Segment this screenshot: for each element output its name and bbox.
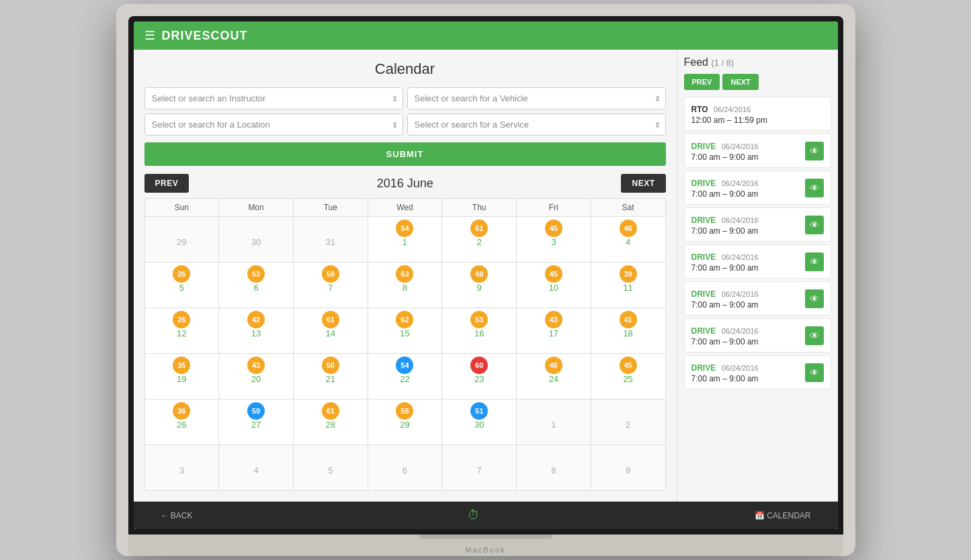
feed-eye-button[interactable]: 👁 <box>805 326 824 345</box>
calendar-nav: PREV 2016 June NEXT <box>144 174 666 193</box>
calendar-day-cell[interactable]: 536 <box>219 263 294 308</box>
feed-pages: (1 / 8) <box>711 58 734 68</box>
calendar-day-cell[interactable]: 4624 <box>517 354 591 400</box>
calendar-day-cell[interactable]: 597 <box>293 263 368 308</box>
feed-item-type: DRIVE <box>691 216 716 225</box>
calendar-badge: 46 <box>545 357 562 374</box>
calendar-day-number: 20 <box>222 374 290 384</box>
calendar-day-cell[interactable]: 29 <box>144 217 219 263</box>
calendar-badge: 54 <box>396 357 413 374</box>
back-button[interactable]: ← BACK <box>161 511 193 520</box>
feed-item-date: 06/24/2016 <box>722 142 759 150</box>
calendar-day-cell[interactable]: 8 <box>517 445 591 491</box>
feed-rto-item: RTO 06/24/2016 12:00 am – 11:59 pm <box>684 97 831 131</box>
calendar-day-cell[interactable]: 31 <box>293 217 368 263</box>
calendar-day-cell[interactable]: 1 <box>517 400 591 445</box>
calendar-day-cell[interactable]: 5021 <box>293 354 368 400</box>
calendar-day-cell[interactable]: 5529 <box>368 400 442 445</box>
feed-item: DRIVE 06/24/2016 7:00 am – 9:00 am 👁 <box>684 207 831 242</box>
calendar-day-cell[interactable]: 4213 <box>219 308 294 354</box>
feed-item: DRIVE 06/24/2016 7:00 am – 9:00 am 👁 <box>684 244 831 279</box>
calendar-day-cell[interactable]: 5316 <box>442 308 517 354</box>
feed-item-time: 7:00 am – 9:00 am <box>691 263 805 273</box>
feed-item-type: DRIVE <box>691 142 716 151</box>
calendar-badge: 54 <box>396 220 413 237</box>
feed-eye-button[interactable]: 👁 <box>805 252 824 271</box>
calendar-day-cell[interactable]: 7 <box>442 445 517 491</box>
feed-eye-button[interactable]: 👁 <box>805 179 824 197</box>
calendar-day-cell[interactable]: 4320 <box>219 354 294 400</box>
calendar-day-number: 8 <box>371 283 439 293</box>
submit-button[interactable]: SUBMIT <box>144 142 666 166</box>
calendar-day-cell[interactable]: 4510 <box>517 263 591 308</box>
calendar-badge: 45 <box>545 220 562 237</box>
feed-eye-button[interactable]: 👁 <box>805 216 824 234</box>
calendar-day-cell[interactable]: 453 <box>517 217 591 263</box>
calendar-day-cell[interactable]: 5 <box>293 445 368 491</box>
calendar-day-cell[interactable]: 612 <box>442 217 517 263</box>
calendar-day-cell[interactable]: 6 <box>368 445 442 491</box>
calendar-day-cell[interactable]: 4118 <box>591 308 665 354</box>
calendar-day-number: 26 <box>148 420 216 430</box>
calendar-day-cell[interactable]: 6023 <box>442 354 517 400</box>
calendar-header-row: SunMonTueWedThuFriSat <box>144 199 665 217</box>
calendar-day-cell[interactable]: 3519 <box>144 354 219 400</box>
calendar-badge: 45 <box>620 357 637 374</box>
calendar-day-cell[interactable]: 265 <box>144 263 219 308</box>
feed-item-date: 06/24/2016 <box>722 216 759 224</box>
calendar-day-cell[interactable]: 3626 <box>144 400 219 445</box>
calendar-day-cell[interactable]: 9 <box>591 445 665 491</box>
feed-next-button[interactable]: NEXT <box>722 74 758 90</box>
calendar-day-cell[interactable]: 4317 <box>517 308 591 354</box>
calendar-day-cell[interactable]: 464 <box>591 217 665 263</box>
calendar-day-number: 23 <box>445 374 513 384</box>
bottom-bar: ← BACK ⏱ 📅 CALENDAR <box>134 502 838 529</box>
calendar-day-cell[interactable]: 6215 <box>368 308 442 354</box>
calendar-day-cell[interactable]: 3 <box>144 445 219 491</box>
feed-eye-button[interactable]: 👁 <box>805 289 824 308</box>
calendar-day-cell[interactable]: 2 <box>591 400 665 445</box>
calendar-day-cell[interactable]: 5927 <box>219 400 294 445</box>
calendar-badge: 63 <box>396 265 413 283</box>
calendar-day-number: 9 <box>445 283 513 293</box>
calendar-day-cell[interactable]: 6128 <box>293 400 368 445</box>
calendar-badge: 61 <box>470 220 488 237</box>
instructor-select[interactable]: Select or search an Instructor <box>144 87 403 109</box>
calendar-day-cell[interactable]: 5130 <box>442 400 517 445</box>
calendar-day-cell[interactable]: 30 <box>219 217 294 263</box>
hamburger-icon[interactable]: ☰ <box>144 28 155 43</box>
calendar-day-cell[interactable]: 5422 <box>368 354 442 400</box>
calendar-day-number: 4 <box>594 237 663 247</box>
location-select[interactable]: Select or search for a Location <box>144 113 403 136</box>
service-select[interactable]: Select or search for a Service <box>407 113 666 136</box>
calendar-day-cell[interactable]: 541 <box>368 217 442 263</box>
calendar-day-cell[interactable]: 2612 <box>144 308 219 354</box>
calendar-day-cell[interactable]: 3911 <box>591 263 665 308</box>
calendar-badge: 43 <box>247 357 265 374</box>
calendar-day-cell[interactable]: 4525 <box>591 354 665 400</box>
feed-eye-button[interactable]: 👁 <box>805 142 824 160</box>
calendar-week-row: 293031541612453464 <box>144 217 665 263</box>
feed-eye-button[interactable]: 👁 <box>805 363 824 382</box>
feed-item-time: 7:00 am – 9:00 am <box>691 374 805 383</box>
calendar-day-number: 4 <box>222 465 290 475</box>
calendar-day-number: 6 <box>371 465 439 475</box>
calendar-day-cell[interactable]: 638 <box>368 263 442 308</box>
speedometer-icon: ⏱ <box>468 508 480 522</box>
feed-items-container: DRIVE 06/24/2016 7:00 am – 9:00 am 👁 DRI… <box>684 134 831 389</box>
cal-prev-button[interactable]: PREV <box>144 174 189 193</box>
calendar-day-number: 29 <box>148 237 216 247</box>
vehicle-select[interactable]: Select or search for a Vehicle <box>407 87 666 109</box>
calendar-button[interactable]: 📅 CALENDAR <box>755 511 811 520</box>
calendar-day-number: 5 <box>148 283 216 293</box>
calendar-day-cell[interactable]: 6114 <box>293 308 368 354</box>
calendar-day-number: 7 <box>296 283 365 293</box>
cal-next-button[interactable]: NEXT <box>621 174 665 193</box>
calendar-day-cell[interactable]: 489 <box>442 263 517 308</box>
filters: Select or search an Instructor Select or… <box>144 87 666 136</box>
calendar-day-cell[interactable]: 4 <box>219 445 294 491</box>
service-filter-wrapper: Select or search for a Service <box>407 113 666 136</box>
calendar-day-header: Sun <box>144 199 219 217</box>
main-area: Calendar Select or search an Instructor … <box>134 50 838 502</box>
feed-prev-button[interactable]: PREV <box>684 74 720 90</box>
